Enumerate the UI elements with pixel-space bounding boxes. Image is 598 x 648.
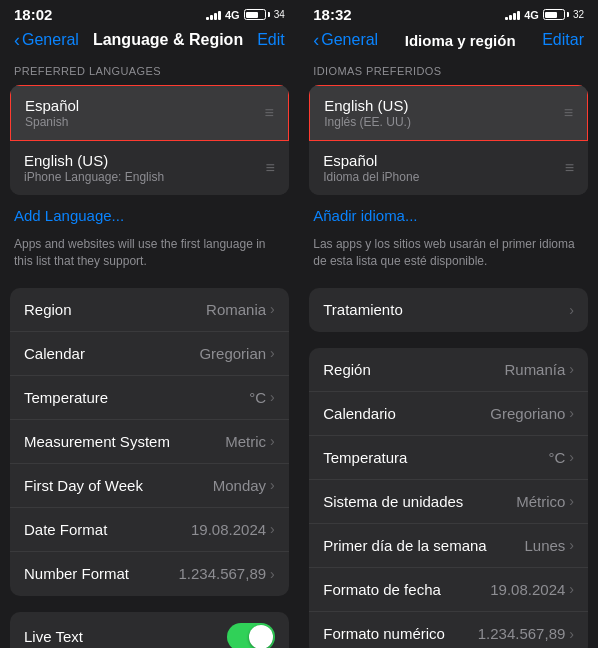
back-button-left[interactable]: ‹ General [14,31,79,49]
chevron-temp-left: › [270,389,275,405]
settings-value-numberformat-right: 1.234.567,89 › [478,625,574,642]
settings-value-dateformat-right: 19.08.2024 › [490,581,574,598]
edit-button-right[interactable]: Editar [542,31,584,49]
settings-row-temp-left[interactable]: Temperature °C › [10,376,289,420]
language-title-2-right: Español [323,152,556,169]
settings-row-measurement-right[interactable]: Sistema de unidades Métrico › [309,480,588,524]
language-title-1-left: Español [25,97,256,114]
settings-label-dateformat-right: Formato de fecha [323,581,441,598]
drag-handle-2-left[interactable]: ≡ [265,159,274,177]
language-item-1-left[interactable]: Español Spanish ≡ [10,85,289,141]
settings-group-right: Región Rumanía › Calendario Gregoriano ›… [309,348,588,648]
settings-val-calendar-left: Gregorian [199,345,266,362]
add-language-left[interactable]: Add Language... [0,199,299,232]
language-title-1-right: English (US) [324,97,555,114]
settings-label-temp-right: Temperatura [323,449,407,466]
settings-value-region-left: Romania › [206,301,275,318]
settings-row-firstday-left[interactable]: First Day of Week Monday › [10,464,289,508]
back-arrow-left: ‹ [14,31,20,49]
status-bar-right: 18:32 4G 32 [299,0,598,27]
add-language-right[interactable]: Añadir idioma... [299,199,598,232]
status-bar-left: 18:02 4G 34 [0,0,299,27]
settings-label-firstday-right: Primer día de la semana [323,537,486,554]
tratamiento-group-right: Tratamiento › [309,288,588,332]
nav-bar-right: ‹ General Idioma y región Editar [299,27,598,57]
settings-label-region-left: Region [24,301,72,318]
settings-label-region-right: Región [323,361,371,378]
scroll-left: PREFERRED LANGUAGES Español Spanish ≡ En… [0,57,299,648]
settings-row-calendar-right[interactable]: Calendario Gregoriano › [309,392,588,436]
chevron-dateformat-left: › [270,521,275,537]
status-time-right: 18:32 [313,6,351,23]
chevron-calendar-left: › [270,345,275,361]
info-text-right: Las apps y los sitios web usarán el prim… [299,232,598,276]
edit-button-left[interactable]: Edit [257,31,285,49]
chevron-temp-right: › [569,449,574,465]
drag-handle-1-right[interactable]: ≡ [564,104,573,122]
settings-row-temp-right[interactable]: Temperatura °C › [309,436,588,480]
settings-val-measurement-left: Metric [225,433,266,450]
toggle-thumb-left [249,625,273,648]
settings-val-firstday-right: Lunes [524,537,565,554]
language-item-2-right[interactable]: Español Idioma del iPhone ≡ [309,141,588,195]
chevron-numberformat-right: › [569,626,574,642]
settings-val-dateformat-left: 19.08.2024 [191,521,266,538]
drag-handle-1-left[interactable]: ≡ [264,104,273,122]
chevron-dateformat-right: › [569,581,574,597]
status-icons-left: 4G 34 [206,9,285,21]
chevron-numberformat-left: › [270,566,275,582]
language-subtitle-1-right: Inglés (EE. UU.) [324,115,555,129]
settings-val-calendar-right: Gregoriano [490,405,565,422]
live-text-group-left: Live Text [10,612,289,648]
live-text-row-left[interactable]: Live Text [10,612,289,648]
network-type-left: 4G [225,9,240,21]
language-item-2-right-content: Español Idioma del iPhone [323,152,556,184]
language-subtitle-2-left: iPhone Language: English [24,170,257,184]
chevron-firstday-right: › [569,537,574,553]
settings-label-dateformat-left: Date Format [24,521,107,538]
settings-group-left: Region Romania › Calendar Gregorian › Te… [10,288,289,596]
back-button-right[interactable]: ‹ General [313,31,378,49]
battery-icon-right [543,9,569,20]
status-icons-right: 4G 32 [505,9,584,21]
settings-value-dateformat-left: 19.08.2024 › [191,521,275,538]
left-panel: 18:02 4G 34 ‹ General Language & Region [0,0,299,648]
live-text-label-left: Live Text [24,628,83,645]
settings-row-numberformat-left[interactable]: Number Format 1.234.567,89 › [10,552,289,596]
settings-row-firstday-right[interactable]: Primer día de la semana Lunes › [309,524,588,568]
battery-icon-left [244,9,270,20]
settings-value-region-right: Rumanía › [504,361,574,378]
settings-value-temp-left: °C › [249,389,275,406]
page-title-right: Idioma y región [405,32,516,49]
settings-row-dateformat-right[interactable]: Formato de fecha 19.08.2024 › [309,568,588,612]
settings-val-dateformat-right: 19.08.2024 [490,581,565,598]
settings-row-numberformat-right[interactable]: Formato numérico 1.234.567,89 › [309,612,588,648]
chevron-calendar-right: › [569,405,574,421]
section-label-preferred-right: IDIOMAS PREFERIDOS [299,57,598,81]
tratamiento-row-right[interactable]: Tratamiento › [309,288,588,332]
settings-label-calendar-left: Calendar [24,345,85,362]
signal-icon-right [505,9,520,20]
settings-val-temp-right: °C [548,449,565,466]
settings-row-region-left[interactable]: Region Romania › [10,288,289,332]
settings-row-measurement-left[interactable]: Measurement System Metric › [10,420,289,464]
settings-row-dateformat-left[interactable]: Date Format 19.08.2024 › [10,508,289,552]
battery-level-right: 32 [573,9,584,20]
settings-value-calendar-right: Gregoriano › [490,405,574,422]
settings-row-region-right[interactable]: Región Rumanía › [309,348,588,392]
page-title-left: Language & Region [93,31,243,49]
live-text-toggle-left[interactable] [227,623,275,648]
language-item-1-right[interactable]: English (US) Inglés (EE. UU.) ≡ [309,85,588,141]
settings-value-firstday-left: Monday › [213,477,275,494]
drag-handle-2-right[interactable]: ≡ [565,159,574,177]
right-panel: 18:32 4G 32 ‹ General Idioma y región [299,0,598,648]
language-list-left: Español Spanish ≡ English (US) iPhone La… [10,85,289,195]
settings-row-calendar-left[interactable]: Calendar Gregorian › [10,332,289,376]
status-time-left: 18:02 [14,6,52,23]
language-item-2-left[interactable]: English (US) iPhone Language: English ≡ [10,141,289,195]
settings-val-region-left: Romania [206,301,266,318]
settings-val-measurement-right: Métrico [516,493,565,510]
language-item-2-left-content: English (US) iPhone Language: English [24,152,257,184]
scroll-right: IDIOMAS PREFERIDOS English (US) Inglés (… [299,57,598,648]
language-item-1-left-content: Español Spanish [25,97,256,129]
